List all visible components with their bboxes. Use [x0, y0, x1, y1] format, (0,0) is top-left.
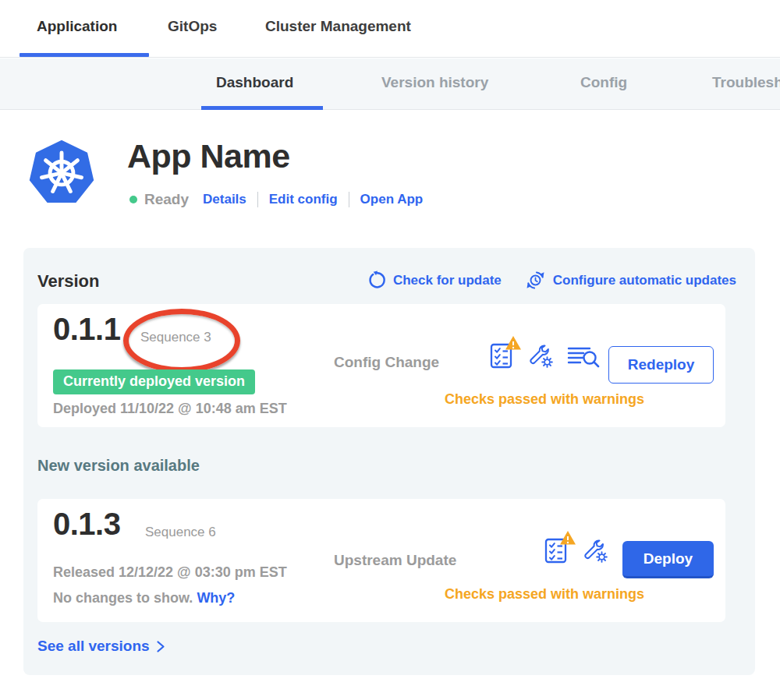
app-status-row: Ready Details Edit config Open App — [129, 189, 423, 210]
checks-status-text: Checks passed with warnings — [427, 586, 661, 603]
version-source-label: Config Change — [334, 354, 439, 371]
checks-status-text: Checks passed with warnings — [427, 391, 661, 408]
subnav-troubleshoot[interactable]: Troubleshoot — [712, 74, 780, 91]
no-changes-label: No changes to show. — [53, 590, 193, 606]
available-version-number: 0.1.3 — [53, 507, 120, 542]
deployed-timestamp: Deployed 11/10/22 @ 10:48 am EST — [53, 401, 287, 417]
current-version-number: 0.1.1 — [53, 312, 120, 347]
tab-cluster-management[interactable]: Cluster Management — [265, 18, 411, 35]
details-link[interactable]: Details — [203, 192, 246, 207]
check-for-update-link[interactable]: Check for update — [367, 270, 502, 290]
refresh-icon — [367, 270, 386, 290]
new-version-heading: New version available — [37, 457, 200, 475]
configure-automatic-updates-link[interactable]: Configure automatic updates — [525, 270, 736, 291]
warning-triangle-icon — [559, 530, 576, 546]
version-panel-actions: Check for update Configure automatic upd… — [367, 270, 736, 291]
tab-gitops[interactable]: GitOps — [168, 18, 217, 35]
version-panel: Version Check for update Configur — [23, 248, 755, 675]
preflight-checks-button[interactable] — [488, 341, 515, 369]
subnav-config[interactable]: Config — [580, 74, 627, 91]
status-dot-icon — [129, 196, 137, 203]
available-version-icons — [543, 536, 608, 564]
currently-deployed-badge: Currently deployed version — [53, 369, 255, 394]
available-version-card: 0.1.3 Sequence 6 Released 12/12/22 @ 03:… — [37, 499, 725, 622]
current-version-card: 0.1.1 Sequence 3 Currently deployed vers… — [37, 304, 725, 427]
version-panel-title: Version — [37, 271, 99, 292]
no-changes-text: No changes to show. Why? — [53, 590, 235, 606]
divider — [349, 192, 349, 207]
tab-application[interactable]: Application — [37, 18, 117, 35]
why-link[interactable]: Why? — [197, 590, 235, 606]
app-status: Ready — [144, 191, 189, 208]
divider — [257, 192, 258, 207]
edit-config-link[interactable]: Edit config — [269, 192, 338, 207]
wrench-config-icon[interactable] — [527, 342, 554, 369]
configure-automatic-updates-label: Configure automatic updates — [553, 273, 736, 288]
active-tab-underline — [20, 53, 149, 57]
subnav-version-history[interactable]: Version history — [381, 74, 488, 91]
active-subnav-underline — [201, 106, 323, 110]
subnav-dashboard[interactable]: Dashboard — [216, 74, 293, 91]
clock-rotate-icon — [525, 270, 546, 291]
app-dashboard-page: Application GitOps Cluster Management Da… — [0, 0, 780, 700]
preflight-checks-button[interactable] — [543, 536, 569, 564]
version-source-label: Upstream Update — [334, 552, 456, 569]
diff-view-icon[interactable] — [566, 342, 601, 369]
current-version-icons — [488, 341, 601, 369]
open-app-link[interactable]: Open App — [360, 192, 424, 207]
deploy-button[interactable]: Deploy — [622, 541, 714, 578]
chevron-right-icon — [156, 640, 166, 653]
current-version-sequence: Sequence 3 — [140, 330, 211, 345]
kubernetes-logo — [27, 137, 97, 209]
released-timestamp: Released 12/12/22 @ 03:30 pm EST — [53, 564, 287, 581]
top-nav: Application GitOps Cluster Management — [0, 0, 780, 58]
redeploy-button[interactable]: Redeploy — [608, 346, 714, 384]
wrench-config-icon[interactable] — [582, 537, 608, 564]
app-title: App Name — [127, 137, 290, 175]
available-version-sequence: Sequence 6 — [145, 525, 216, 540]
sub-nav: Dashboard Version history Config Trouble… — [0, 58, 780, 110]
see-all-versions-link[interactable]: See all versions — [37, 638, 166, 655]
see-all-versions-label: See all versions — [37, 638, 150, 655]
warning-triangle-icon — [505, 335, 522, 351]
check-for-update-label: Check for update — [393, 273, 502, 288]
